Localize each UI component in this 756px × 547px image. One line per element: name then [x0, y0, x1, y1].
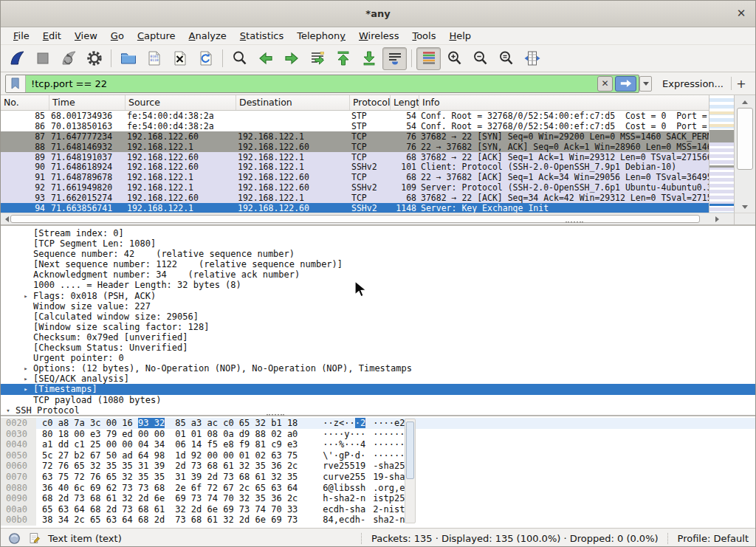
- display-filter-input[interactable]: [26, 78, 597, 89]
- hex-row[interactable]: 00505c 27 b2 67 50 ad 64 981d 92 00 00 0…: [1, 450, 755, 461]
- menu-go[interactable]: Go: [104, 29, 131, 43]
- menu-edit[interactable]: Edit: [36, 29, 68, 43]
- detail-line[interactable]: 1000 .... = Header Length: 32 bytes (8): [1, 280, 755, 290]
- packet-row[interactable]: 9271.661949820192.168.122.1192.168.122.6…: [1, 182, 709, 193]
- auto-scroll-button[interactable]: [382, 47, 407, 70]
- packet-row[interactable]: 8670.013850163fe:54:00:d4:38:2aSTP54Conf…: [1, 121, 709, 131]
- detail-line[interactable]: [Calculated window size: 29056]: [1, 312, 755, 322]
- start-capture-button[interactable]: [4, 47, 29, 70]
- column-header-protocol[interactable]: Protocol: [350, 95, 391, 110]
- hex-vscrollbar[interactable]: [405, 419, 416, 523]
- expert-info-icon[interactable]: [7, 531, 21, 546]
- capture-comment-icon[interactable]: [28, 531, 41, 545]
- packet-row[interactable]: 8568.001734936fe:54:00:d4:38:2aSTP54Conf…: [1, 111, 709, 121]
- hex-row[interactable]: 0020c0 a8 7a 3c 00 16 93 3285 a3 ac c0 6…: [1, 418, 755, 429]
- close-button[interactable]: ✕: [734, 6, 749, 21]
- menu-tools[interactable]: Tools: [405, 29, 442, 43]
- close-file-button[interactable]: [168, 47, 192, 70]
- expression-button[interactable]: Expression...: [655, 78, 731, 89]
- packet-list-header[interactable]: No. Time Source Destination Protocol Len…: [1, 95, 755, 111]
- hex-row[interactable]: 009068 2d 73 68 61 32 2d 6e69 73 74 70 3…: [1, 493, 755, 504]
- restart-capture-button[interactable]: [56, 47, 80, 70]
- go-first-packet-button[interactable]: [331, 47, 355, 70]
- find-packet-button[interactable]: [227, 47, 252, 70]
- menu-view[interactable]: View: [68, 29, 104, 43]
- hex-row[interactable]: 007063 75 72 76 65 32 35 3531 39 2d 73 6…: [1, 472, 755, 483]
- display-filter-field[interactable]: ✕: [5, 75, 639, 93]
- packet-row[interactable]: 9171.648789678192.168.122.1192.168.122.6…: [1, 172, 709, 182]
- scroll-up-button[interactable]: [735, 95, 755, 106]
- title-bar[interactable]: *any ✕: [1, 1, 755, 27]
- column-header-no[interactable]: No.: [1, 95, 49, 110]
- zoom-out-button[interactable]: [468, 47, 492, 70]
- hex-row[interactable]: 00a065 63 64 68 2d 73 68 6132 2d 6e 69 7…: [1, 504, 755, 515]
- column-header-length[interactable]: Length: [391, 95, 419, 110]
- packet-list-vscrollbar[interactable]: [734, 95, 755, 214]
- hex-row[interactable]: 008036 40 6c 69 62 73 73 682e 6f 72 67 2…: [1, 483, 755, 494]
- open-file-button[interactable]: [116, 47, 140, 70]
- go-to-packet-button[interactable]: [305, 47, 329, 70]
- detail-line[interactable]: Window size value: 227: [1, 301, 755, 312]
- menu-statistics[interactable]: Statistics: [233, 29, 290, 43]
- hex-row[interactable]: 003080 18 00 e3 79 ed 00 0001 01 08 0a d…: [1, 429, 755, 440]
- detail-line[interactable]: ▸Flags: 0x018 (PSH, ACK): [1, 291, 755, 301]
- capture-options-button[interactable]: [82, 47, 106, 70]
- packet-row[interactable]: 8971.648191037192.168.122.60192.168.122.…: [1, 152, 709, 162]
- filter-apply-button[interactable]: [615, 76, 636, 92]
- stop-capture-button[interactable]: [30, 47, 55, 70]
- packet-minimap[interactable]: [709, 95, 734, 213]
- menu-analyze[interactable]: Analyze: [182, 29, 233, 43]
- detail-line-selected[interactable]: ▸[Timestamps]: [1, 384, 755, 394]
- hex-vscroll-thumb[interactable]: [406, 422, 414, 479]
- reload-file-button[interactable]: [193, 47, 218, 70]
- hex-row[interactable]: 006072 76 65 32 35 35 31 392d 73 68 61 3…: [1, 461, 755, 472]
- menu-telephony[interactable]: Telephony: [290, 29, 352, 43]
- save-file-button[interactable]: 01010110: [142, 47, 166, 70]
- hex-row[interactable]: 00b038 34 2c 65 63 64 68 2d73 68 61 32 2…: [1, 515, 755, 526]
- detail-line[interactable]: ▾SSH Protocol: [1, 405, 755, 416]
- resize-columns-button[interactable]: [520, 47, 544, 70]
- menu-wireless[interactable]: Wireless: [352, 29, 405, 43]
- scroll-left-button[interactable]: [1, 213, 10, 224]
- packet-row-selected[interactable]: 9471.663856741192.168.122.1192.168.122.6…: [1, 203, 709, 213]
- zoom-in-button[interactable]: [442, 47, 467, 70]
- filter-dropdown-button[interactable]: [639, 76, 652, 92]
- menu-help[interactable]: Help: [442, 29, 478, 43]
- detail-line[interactable]: [Checksum Status: Unverified]: [1, 343, 755, 353]
- filter-bookmark-button[interactable]: [6, 75, 26, 92]
- column-header-time[interactable]: Time: [49, 95, 126, 110]
- add-filter-button[interactable]: +: [732, 77, 751, 91]
- detail-line[interactable]: [Next sequence number: 1122 (relative se…: [1, 259, 755, 269]
- column-header-destination[interactable]: Destination: [236, 95, 350, 110]
- go-forward-button[interactable]: [279, 47, 303, 70]
- filter-clear-button[interactable]: ✕: [597, 76, 613, 92]
- detail-line[interactable]: Urgent pointer: 0: [1, 353, 755, 363]
- go-back-button[interactable]: [253, 47, 278, 70]
- packet-row[interactable]: 8771.647777234192.168.122.60192.168.122.…: [1, 131, 709, 142]
- scroll-right-button[interactable]: [714, 213, 724, 224]
- hex-row[interactable]: 0040a1 dd c1 25 00 00 04 3406 14 f5 e8 f…: [1, 439, 755, 450]
- zoom-reset-button[interactable]: [494, 47, 518, 70]
- pane-splitter-grip[interactable]: [267, 414, 284, 416]
- pane-splitter-grip[interactable]: [566, 221, 583, 223]
- detail-line[interactable]: [Window size scaling factor: 128]: [1, 322, 755, 332]
- packet-row[interactable]: 8871.648146932192.168.122.1192.168.122.6…: [1, 142, 709, 152]
- packet-row[interactable]: 9371.662015274192.168.122.60192.168.122.…: [1, 193, 709, 203]
- vscroll-thumb[interactable]: [737, 108, 753, 170]
- colorize-packets-button[interactable]: [416, 47, 441, 70]
- profile-text[interactable]: Profile: Default: [678, 533, 749, 544]
- column-header-source[interactable]: Source: [126, 95, 236, 110]
- menu-file[interactable]: File: [7, 29, 36, 43]
- packet-list-hscrollbar[interactable]: [1, 213, 734, 224]
- detail-line[interactable]: Sequence number: 42 (relative sequence n…: [1, 249, 755, 259]
- column-header-info[interactable]: Info: [419, 95, 755, 110]
- menu-capture[interactable]: Capture: [131, 29, 182, 43]
- detail-line[interactable]: Checksum: 0x79ed [unverified]: [1, 332, 755, 343]
- detail-line[interactable]: Acknowledgment number: 34 (relative ack …: [1, 269, 755, 280]
- detail-line[interactable]: [TCP Segment Len: 1080]: [1, 238, 755, 249]
- go-last-packet-button[interactable]: [357, 47, 381, 70]
- hscroll-thumb[interactable]: [10, 215, 700, 223]
- detail-line[interactable]: ▸Options: (12 bytes), No-Operation (NOP)…: [1, 363, 755, 374]
- packet-row[interactable]: 9071.648618924192.168.122.60192.168.122.…: [1, 162, 709, 172]
- detail-line[interactable]: [Stream index: 0]: [1, 228, 755, 238]
